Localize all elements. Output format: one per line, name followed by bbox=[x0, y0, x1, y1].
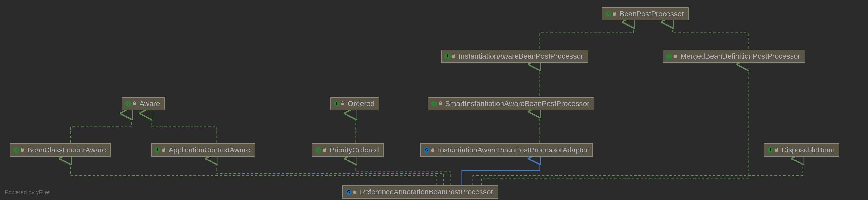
edge-instantiation-aware-to-bpp bbox=[540, 22, 633, 49]
interface-icon: I bbox=[431, 101, 442, 107]
node-label: Aware bbox=[140, 99, 160, 108]
credits-label: Powered by yFiles bbox=[5, 189, 51, 196]
edge-ref-to-po bbox=[356, 159, 451, 185]
lock-icon bbox=[431, 148, 435, 152]
edge-bcla-to-aware bbox=[71, 113, 132, 143]
node-label: SmartInstantiationAwareBeanPostProcessor bbox=[445, 99, 589, 108]
lock-icon bbox=[673, 54, 677, 58]
node-label: ReferenceAnnotationBeanPostProcessor bbox=[360, 188, 493, 196]
lock-icon bbox=[20, 148, 24, 152]
class-icon: C bbox=[346, 189, 357, 195]
edge-ref-to-bcla bbox=[71, 159, 436, 185]
interface-icon: I bbox=[125, 101, 136, 107]
node-application-context-aware[interactable]: I ApplicationContextAware bbox=[151, 143, 255, 156]
lock-icon bbox=[161, 148, 166, 152]
interface-icon: I bbox=[155, 147, 166, 153]
edge-ref-to-merged bbox=[481, 64, 748, 185]
node-bean-post-processor[interactable]: I BeanPostProcessor bbox=[602, 7, 689, 21]
lock-icon bbox=[774, 148, 779, 152]
node-smart-inst-aware-bpp[interactable]: I SmartInstantiationAwareBeanPostProcess… bbox=[428, 97, 594, 110]
lock-icon bbox=[612, 12, 617, 16]
node-label: ApplicationContextAware bbox=[168, 146, 250, 154]
node-label: BeanClassLoaderAware bbox=[27, 146, 106, 154]
edge-ref-to-disposable bbox=[473, 159, 803, 185]
node-label: InstantiationAwareBeanPostProcessor bbox=[459, 52, 583, 60]
interface-icon: I bbox=[767, 147, 779, 153]
lock-icon bbox=[451, 54, 456, 58]
edge-merged-bdpp-to-bpp bbox=[673, 22, 748, 49]
interface-icon: I bbox=[605, 11, 617, 17]
diagram-canvas: I BeanPostProcessor I InstantiationAware… bbox=[0, 0, 868, 200]
interface-icon: I bbox=[444, 53, 456, 59]
interface-icon: I bbox=[13, 147, 24, 153]
node-inst-aware-bpp-adapter[interactable]: C InstantiationAwareBeanPostProcessorAda… bbox=[421, 143, 593, 156]
interface-icon: I bbox=[315, 147, 327, 153]
node-merged-bdpp[interactable]: I MergedBeanDefinitionPostProcessor bbox=[663, 50, 805, 63]
node-label: PriorityOrdered bbox=[330, 146, 379, 154]
node-priority-ordered[interactable]: I PriorityOrdered bbox=[312, 143, 384, 156]
interface-icon: I bbox=[666, 53, 677, 59]
edge-ref-to-aca bbox=[217, 159, 443, 185]
edge-aca-to-aware bbox=[151, 113, 217, 143]
lock-icon bbox=[438, 102, 442, 106]
node-instantiation-aware-bpp[interactable]: I InstantiationAwareBeanPostProcessor bbox=[441, 50, 588, 63]
lock-icon bbox=[352, 190, 357, 194]
node-label: DisposableBean bbox=[781, 146, 835, 154]
lock-icon bbox=[322, 148, 327, 152]
node-label: Ordered bbox=[348, 99, 375, 108]
lock-icon bbox=[132, 102, 136, 106]
node-label: MergedBeanDefinitionPostProcessor bbox=[680, 52, 800, 60]
interface-icon: I bbox=[334, 101, 345, 107]
node-label: BeanPostProcessor bbox=[619, 10, 684, 18]
node-aware[interactable]: I Aware bbox=[122, 97, 165, 110]
node-disposable-bean[interactable]: I DisposableBean bbox=[764, 143, 839, 156]
node-ordered[interactable]: I Ordered bbox=[330, 97, 379, 110]
edge-ref-to-adapter bbox=[462, 159, 540, 185]
node-ref-anno-bpp[interactable]: C ReferenceAnnotationBeanPostProcessor bbox=[342, 185, 498, 199]
class-icon: C bbox=[424, 147, 435, 153]
node-label: InstantiationAwareBeanPostProcessorAdapt… bbox=[438, 146, 588, 154]
lock-icon bbox=[340, 102, 345, 106]
node-bean-class-loader-aware[interactable]: I BeanClassLoaderAware bbox=[10, 143, 111, 156]
